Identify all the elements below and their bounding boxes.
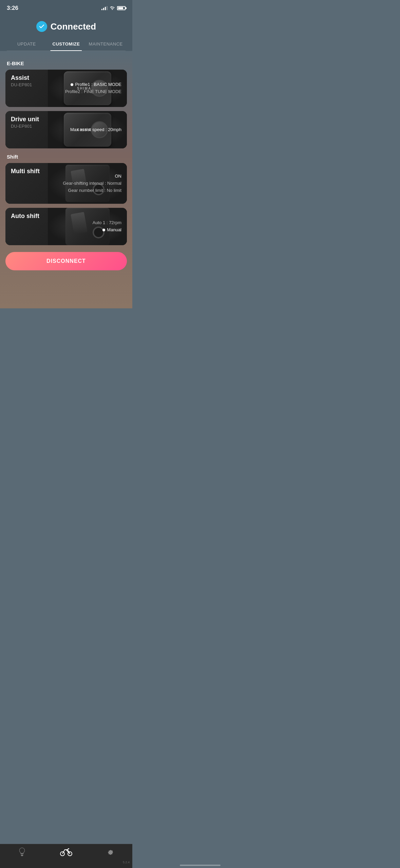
multi-shift-info-line-2: Gear-shifting interval : Normal — [63, 180, 121, 187]
drive-unit-card-title: Drive unit — [11, 116, 121, 123]
status-bar: 3:26 — [0, 0, 132, 14]
status-icons — [101, 5, 126, 11]
auto-shift-info-line-1: Auto 1 : 72rpm — [93, 219, 121, 227]
auto-shift-card-title: Auto shift — [11, 213, 121, 220]
signal-bars-icon — [101, 6, 108, 10]
connected-label: Connected — [51, 21, 96, 32]
multi-shift-info-line-1: ON — [63, 173, 121, 180]
assist-info-line-2: Profile2 : FINE TUNE MODE — [65, 88, 121, 95]
multi-shift-card-info: ON Gear-shifting interval : Normal Gear … — [63, 173, 121, 194]
wifi-icon — [110, 5, 115, 11]
auto-shift-card-info: Auto 1 : 72rpm Manual — [93, 219, 121, 234]
assist-card-title: Assist — [11, 74, 121, 82]
disconnect-button[interactable]: DISCONNECT — [5, 252, 127, 270]
assist-card[interactable]: SHIMANO Assist DU-EP801 Profile1 : BASIC… — [5, 70, 127, 107]
drive-unit-card-info: Max assist speed : 20mph — [70, 126, 121, 133]
dot-icon — [71, 84, 73, 86]
connected-row: Connected — [36, 18, 96, 37]
status-time: 3:26 — [7, 5, 18, 12]
battery-icon — [117, 6, 126, 10]
auto-shift-info-line-2: Manual — [93, 227, 121, 234]
assist-info-line-1: Profile1 : BASIC MODE — [65, 81, 121, 88]
tab-bar: UPDATE CUSTOMIZE MAINTENANCE — [7, 37, 126, 51]
multi-shift-info-line-3: Gear number limit : No limit — [63, 187, 121, 194]
dot-icon — [102, 229, 105, 231]
main-content: E-BIKE SHIMANO Assist DU-EP801 Profile1 … — [0, 51, 132, 308]
tab-customize[interactable]: CUSTOMIZE — [46, 37, 86, 51]
multi-shift-card[interactable]: Multi shift ON Gear-shifting interval : … — [5, 163, 127, 204]
drive-unit-info-line-1: Max assist speed : 20mph — [70, 126, 121, 133]
connected-check-icon — [36, 21, 47, 32]
auto-shift-card[interactable]: Auto shift Auto 1 : 72rpm Manual — [5, 208, 127, 245]
tab-update[interactable]: UPDATE — [7, 37, 46, 51]
shift-section-label: Shift — [7, 154, 127, 160]
tab-maintenance[interactable]: MAINTENANCE — [86, 37, 126, 51]
header: Connected UPDATE CUSTOMIZE MAINTENANCE — [0, 14, 132, 51]
ebike-section-label: E-BIKE — [7, 60, 127, 66]
assist-card-info: Profile1 : BASIC MODE Profile2 : FINE TU… — [65, 81, 121, 95]
drive-unit-card[interactable]: SHIMANO Drive unit DU-EP801 Max assist s… — [5, 111, 127, 148]
